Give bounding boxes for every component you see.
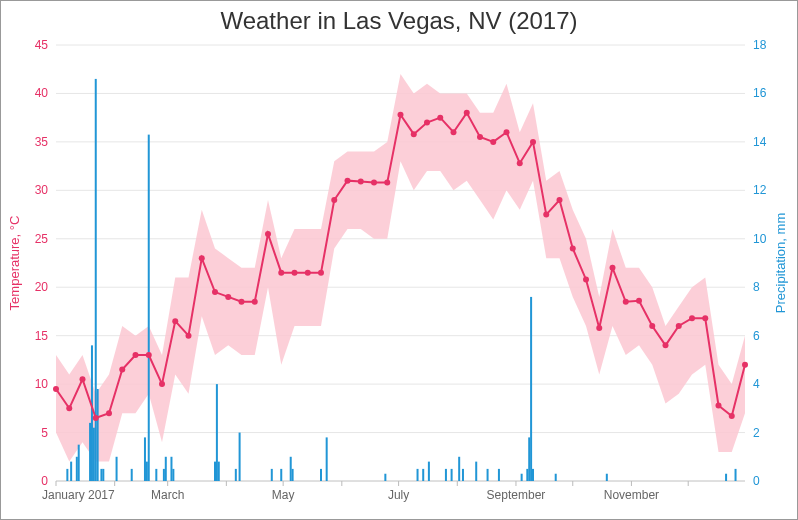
svg-text:14: 14 [753, 135, 767, 149]
svg-text:12: 12 [753, 183, 767, 197]
svg-text:2: 2 [753, 426, 760, 440]
svg-text:18: 18 [753, 38, 767, 52]
svg-rect-78 [292, 469, 294, 481]
svg-rect-65 [155, 469, 157, 481]
svg-rect-73 [235, 469, 237, 481]
svg-rect-93 [526, 469, 528, 481]
svg-point-126 [384, 180, 390, 186]
svg-text:July: July [388, 488, 409, 502]
svg-point-146 [649, 323, 655, 329]
svg-text:8: 8 [753, 280, 760, 294]
svg-point-145 [636, 298, 642, 304]
svg-point-125 [371, 180, 377, 186]
svg-text:September: September [487, 488, 546, 502]
svg-rect-100 [735, 469, 737, 481]
svg-point-149 [689, 315, 695, 321]
svg-point-115 [239, 299, 245, 305]
svg-rect-94 [528, 437, 530, 481]
svg-point-153 [742, 362, 748, 368]
svg-rect-69 [172, 469, 174, 481]
svg-rect-71 [216, 384, 218, 481]
svg-rect-88 [462, 469, 464, 481]
svg-text:10: 10 [35, 377, 49, 391]
svg-point-109 [159, 381, 165, 387]
svg-point-133 [477, 134, 483, 140]
svg-point-106 [119, 367, 125, 373]
svg-text:January 2017: January 2017 [42, 488, 115, 502]
svg-rect-89 [475, 462, 477, 481]
svg-point-131 [451, 129, 457, 135]
svg-point-118 [278, 270, 284, 276]
svg-rect-57 [97, 389, 99, 481]
svg-rect-95 [530, 297, 532, 481]
svg-point-135 [504, 129, 510, 135]
svg-text:6: 6 [753, 329, 760, 343]
svg-text:5: 5 [41, 426, 48, 440]
svg-point-128 [411, 131, 417, 137]
svg-rect-66 [163, 469, 165, 481]
svg-rect-63 [146, 462, 148, 481]
svg-text:16: 16 [753, 86, 767, 100]
svg-point-117 [265, 231, 271, 237]
svg-point-121 [318, 270, 324, 276]
svg-text:20: 20 [35, 280, 49, 294]
svg-rect-81 [384, 474, 386, 481]
svg-point-137 [530, 139, 536, 145]
svg-rect-52 [78, 445, 80, 481]
svg-rect-51 [76, 457, 78, 481]
svg-point-107 [133, 352, 139, 358]
svg-point-113 [212, 289, 218, 295]
svg-point-105 [106, 410, 112, 416]
svg-point-151 [716, 402, 722, 408]
svg-point-142 [596, 325, 602, 331]
svg-point-147 [663, 342, 669, 348]
svg-point-144 [623, 299, 629, 305]
svg-rect-55 [93, 428, 95, 481]
svg-point-127 [398, 112, 404, 118]
svg-rect-86 [451, 469, 453, 481]
svg-rect-91 [498, 469, 500, 481]
svg-point-108 [146, 352, 152, 358]
svg-rect-85 [445, 469, 447, 481]
svg-point-101 [53, 386, 59, 392]
svg-rect-80 [326, 437, 328, 481]
svg-point-141 [583, 276, 589, 282]
svg-text:November: November [604, 488, 659, 502]
svg-text:May: May [272, 488, 295, 502]
svg-point-139 [557, 197, 563, 203]
svg-point-123 [345, 178, 351, 184]
svg-rect-67 [165, 457, 167, 481]
svg-text:15: 15 [35, 329, 49, 343]
temp-range-band [56, 74, 745, 462]
svg-rect-92 [521, 474, 523, 481]
svg-point-129 [424, 120, 430, 126]
svg-rect-79 [320, 469, 322, 481]
svg-rect-70 [214, 462, 216, 481]
svg-text:March: March [151, 488, 184, 502]
chart-title: Weather in Las Vegas, NV (2017) [1, 7, 797, 35]
svg-text:4: 4 [753, 377, 760, 391]
svg-rect-49 [66, 469, 68, 481]
svg-point-112 [199, 255, 205, 261]
chart-plot-area: 051015202530354045024681012141618January… [1, 35, 797, 515]
svg-text:25: 25 [35, 232, 49, 246]
svg-point-110 [172, 318, 178, 324]
svg-rect-58 [100, 469, 102, 481]
svg-rect-72 [218, 462, 220, 481]
svg-rect-97 [555, 474, 557, 481]
svg-text:0: 0 [753, 474, 760, 488]
svg-rect-82 [417, 469, 419, 481]
svg-point-136 [517, 160, 523, 166]
svg-text:45: 45 [35, 38, 49, 52]
svg-text:40: 40 [35, 86, 49, 100]
svg-text:30: 30 [35, 183, 49, 197]
svg-point-143 [610, 265, 616, 271]
svg-rect-64 [148, 135, 150, 481]
svg-point-103 [80, 376, 86, 382]
svg-rect-62 [144, 437, 146, 481]
svg-rect-99 [725, 474, 727, 481]
svg-point-116 [252, 299, 258, 305]
svg-rect-75 [271, 469, 273, 481]
svg-point-150 [702, 315, 708, 321]
svg-point-134 [490, 139, 496, 145]
